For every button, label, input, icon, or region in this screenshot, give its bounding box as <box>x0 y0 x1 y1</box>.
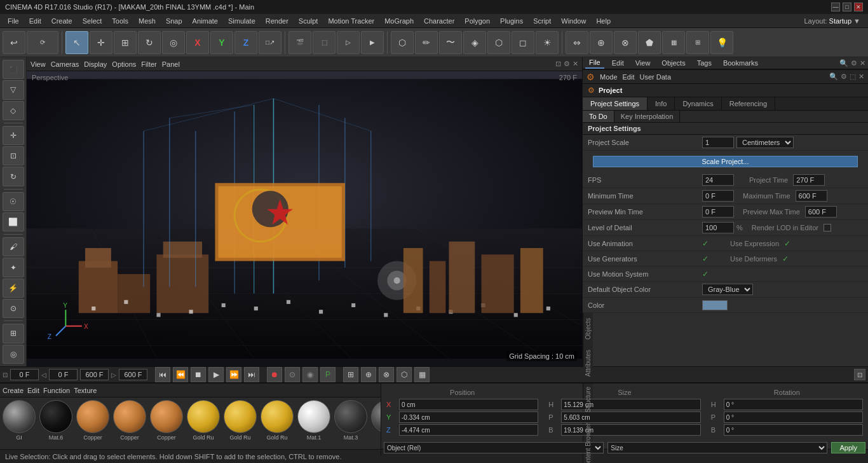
panel-menu[interactable]: Panel <box>162 60 180 68</box>
rotation-p-input[interactable] <box>724 411 863 423</box>
attr-settings-icon[interactable]: ⚙ <box>841 73 847 81</box>
attr-search-icon[interactable]: 🔍 <box>829 73 838 81</box>
position-y-input[interactable] <box>399 411 538 423</box>
viewport-settings-icon[interactable]: ⚙ <box>564 60 570 68</box>
morph-btn[interactable]: ⊗ <box>614 31 637 54</box>
render-frame-btn[interactable]: ⬚ <box>313 31 336 54</box>
om-close-icon[interactable]: ✕ <box>860 59 865 67</box>
preview-min-input[interactable] <box>702 206 734 218</box>
use-deformers-check[interactable]: ✓ <box>782 254 789 263</box>
mat-create-btn[interactable]: Create <box>3 387 24 394</box>
py-tag-btn[interactable]: P <box>320 367 336 382</box>
om-tab-bookmarks[interactable]: Bookmarks <box>719 58 762 68</box>
axis-z-btn[interactable]: Z <box>234 31 257 54</box>
move-tool-btn[interactable]: ✛ <box>90 31 112 54</box>
vtab-objects[interactable]: Objects <box>583 313 593 345</box>
livesel-btn[interactable]: ☉ <box>3 192 24 211</box>
cube-btn[interactable]: ⬡ <box>391 31 414 54</box>
filter-menu[interactable]: Filter <box>141 60 156 68</box>
array-btn[interactable]: ⊕ <box>590 31 613 54</box>
frame-start-input[interactable] <box>49 369 78 380</box>
material-item[interactable]: Gold Ru <box>224 400 257 441</box>
menu-plugins[interactable]: Plugins <box>495 16 528 26</box>
material-item[interactable]: GI <box>3 400 36 441</box>
paint-btn[interactable]: 🖌 <box>3 237 24 256</box>
close-btn[interactable]: ✕ <box>854 3 863 11</box>
viewport-maximize-icon[interactable]: ⊡ <box>555 60 561 68</box>
om-tab-objects[interactable]: Objects <box>658 58 689 68</box>
magnet-play-btn[interactable]: ⊕ <box>361 367 376 382</box>
viewport[interactable]: X Y Z Perspective Grid Spacing : 10 cm 2… <box>27 71 582 366</box>
stop-btn[interactable]: ⏹ <box>191 367 206 382</box>
material-item[interactable] <box>371 400 381 434</box>
play-btn[interactable]: ▶ <box>208 367 224 382</box>
vtab-structure[interactable]: Structure <box>583 382 593 418</box>
display-menu[interactable]: Display <box>84 60 107 68</box>
maximize-btn[interactable]: □ <box>843 3 851 11</box>
preview-max-input[interactable] <box>805 206 837 218</box>
menu-render[interactable]: Render <box>261 16 294 26</box>
color-swatch[interactable] <box>702 300 728 310</box>
next-frame-btn[interactable]: ⏩ <box>226 367 241 382</box>
menu-simulate[interactable]: Simulate <box>223 16 261 26</box>
rotation-h-input[interactable] <box>724 399 863 410</box>
move-btn[interactable]: ✛ <box>3 126 24 145</box>
snap-btn[interactable]: ⊞ <box>343 367 358 382</box>
menu-help[interactable]: Help <box>591 16 616 26</box>
vtab-content-browser[interactable]: Content Browser <box>583 418 593 463</box>
subtab-todo[interactable]: To Do <box>583 111 614 122</box>
current-frame-input[interactable] <box>10 369 39 380</box>
cameras-menu[interactable]: Cameras <box>51 60 79 68</box>
mat-edit-btn[interactable]: Edit <box>27 387 39 394</box>
render-preview-btn[interactable]: ▷ <box>337 31 360 54</box>
use-motion-check[interactable]: ✓ <box>702 270 709 279</box>
menu-snap[interactable]: Snap <box>161 16 187 26</box>
menu-motion-tracker[interactable]: Motion Tracker <box>323 16 379 26</box>
coord-mode-select[interactable]: Size <box>607 442 827 453</box>
position-x-input[interactable] <box>399 399 538 410</box>
use-expression-check[interactable]: ✓ <box>784 239 790 248</box>
attr-restore-icon[interactable]: ⬚ <box>850 73 856 81</box>
om-search-icon[interactable]: 🔍 <box>839 59 848 67</box>
rotate-tool-btn[interactable]: ↻ <box>138 31 161 54</box>
space-btn[interactable]: □↗ <box>259 31 281 54</box>
mograph-btn[interactable]: ▦ <box>662 31 685 54</box>
grid2-btn[interactable]: ▦ <box>414 367 430 382</box>
onion-btn[interactable]: ⊗ <box>379 367 394 382</box>
timeline-expand-btn[interactable]: ⊡ <box>854 369 865 380</box>
select-rect-btn[interactable]: ◎ <box>162 31 185 54</box>
menu-create[interactable]: Create <box>46 16 78 26</box>
mode-edge-btn[interactable]: ◇ <box>3 101 24 120</box>
position-z-input[interactable] <box>399 424 538 436</box>
mat-texture-btn[interactable]: Texture <box>74 387 97 394</box>
scale-project-btn[interactable]: Scale Project... <box>593 156 858 167</box>
menu-tools[interactable]: Tools <box>107 16 133 26</box>
prev-frame-btn[interactable]: ⏪ <box>173 367 188 382</box>
menu-edit[interactable]: Edit <box>24 16 46 26</box>
material-item[interactable]: Gold Ru <box>261 400 294 441</box>
apply-btn[interactable]: Apply <box>831 442 865 453</box>
minimize-btn[interactable]: — <box>831 3 840 11</box>
py-btn[interactable]: ⬟ <box>638 31 661 54</box>
render-active-btn[interactable]: ▶ <box>361 31 384 54</box>
unit-dropdown[interactable]: Centimeters <box>736 137 794 148</box>
axis-x-btn[interactable]: X <box>186 31 209 54</box>
go-end-btn[interactable]: ⏭ <box>244 367 259 382</box>
autokey-btn[interactable]: ⊙ <box>285 367 300 382</box>
use-generators-check[interactable]: ✓ <box>702 254 709 263</box>
material-item[interactable]: Copper <box>76 400 109 441</box>
menu-animate[interactable]: Animate <box>187 16 223 26</box>
mode-model-btn[interactable]: ⬛ <box>3 60 24 79</box>
material-item[interactable]: Gold Ru <box>187 400 220 441</box>
min-time-input[interactable] <box>702 190 734 202</box>
options-menu[interactable]: Options <box>112 60 136 68</box>
mat-function-btn[interactable]: Function <box>43 387 70 394</box>
default-color-dropdown[interactable]: Gray-Blue <box>702 284 753 295</box>
project-scale-input[interactable] <box>702 137 734 148</box>
display-btn[interactable]: 💡 <box>710 31 733 54</box>
frame-end-2-input[interactable] <box>119 369 147 380</box>
magnet-btn[interactable]: ✦ <box>3 258 24 277</box>
axis-y-btn[interactable]: Y <box>210 31 233 54</box>
spline-btn[interactable]: 〜 <box>439 31 462 54</box>
vtab-attributes[interactable]: Attributes <box>583 345 593 382</box>
